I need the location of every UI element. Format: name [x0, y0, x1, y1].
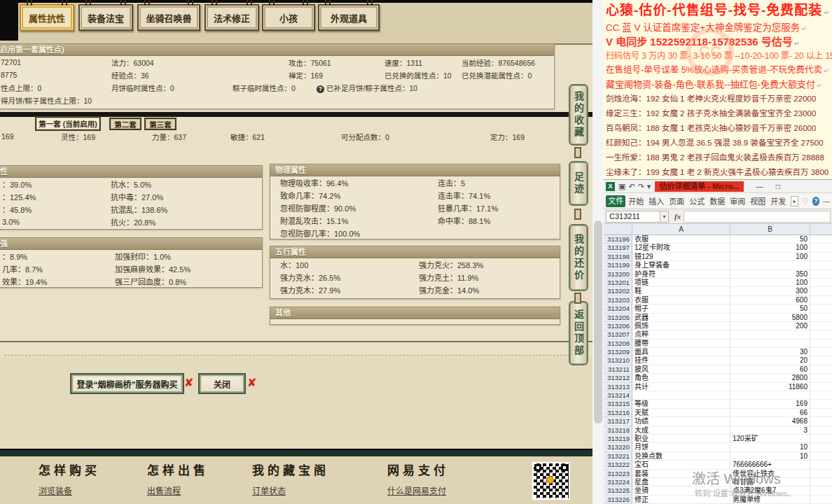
footer-link[interactable]: 浏览装备 — [39, 484, 100, 496]
maximize-icon[interactable]: □ — [776, 183, 780, 190]
row-number[interactable]: 313221 — [604, 452, 632, 461]
attribute-set-tab[interactable]: 第一套 (当前启用) — [35, 116, 101, 131]
cell-b[interactable]: 11860 — [730, 383, 810, 391]
row-number[interactable]: 313202 — [604, 287, 632, 295]
column-header-a[interactable]: A — [632, 224, 730, 234]
cell-b[interactable]: 2800 — [730, 374, 810, 382]
row-number[interactable]: 313210 — [604, 356, 632, 365]
ribbon-tab[interactable]: 公式 — [689, 195, 705, 206]
minimize-icon[interactable]: — — [756, 183, 763, 190]
cell-a[interactable]: 护身符 — [632, 270, 730, 279]
cell-a[interactable]: 衣服 — [632, 296, 730, 304]
cell-c[interactable] — [810, 244, 832, 252]
cell-a[interactable]: 披风 — [632, 365, 730, 374]
row-number[interactable]: 313208 — [604, 340, 632, 348]
game-tab[interactable]: 坐骑召唤兽 — [137, 4, 200, 31]
cell-c[interactable] — [810, 409, 832, 417]
side-scroll-button[interactable]: 足迹 — [569, 161, 588, 206]
row-number[interactable]: 313223 — [604, 470, 632, 478]
game-tab[interactable]: 装备法宝 — [78, 4, 133, 31]
cell-c[interactable] — [810, 261, 832, 270]
row-number[interactable]: 313206 — [604, 322, 632, 330]
ribbon-tab[interactable]: 审阅 — [730, 195, 745, 206]
cell-b[interactable]: 100 — [730, 253, 810, 261]
cell-b[interactable]: 10 — [730, 452, 810, 461]
cell-a[interactable] — [632, 391, 730, 400]
footer-link[interactable]: 出售流程 — [147, 484, 209, 496]
row-number[interactable]: 313205 — [604, 314, 632, 322]
row-number[interactable]: 313203 — [604, 296, 632, 304]
cell-a[interactable]: 角色 — [632, 374, 730, 382]
row-number[interactable]: 313212 — [604, 374, 632, 382]
cell-a[interactable]: 身上穿装备 — [632, 261, 730, 270]
row-number[interactable]: 313216 — [604, 409, 632, 417]
cell-c[interactable] — [810, 270, 832, 279]
cell-a[interactable]: 兑换点数 — [632, 452, 730, 461]
cell-b[interactable]: 100 — [730, 244, 810, 252]
cell-c[interactable] — [810, 287, 832, 295]
game-tab[interactable]: 外观道具 — [318, 4, 380, 31]
cell-b[interactable]: 50 — [730, 235, 810, 244]
cell-b[interactable]: 66 — [730, 409, 810, 417]
row-number[interactable]: 313224 — [604, 478, 632, 486]
cell-c[interactable] — [810, 486, 832, 495]
cell-a[interactable]: 衣服 — [632, 235, 730, 244]
cell-a[interactable]: 镜129 — [632, 253, 730, 261]
row-number[interactable]: 313197 — [604, 244, 632, 252]
cell-c[interactable] — [810, 417, 832, 426]
footer-link[interactable]: 订单状态 — [252, 484, 329, 496]
cell-a[interactable]: 帽子 — [632, 304, 730, 313]
cell-a[interactable]: 大成 — [632, 426, 730, 435]
row-number[interactable]: 313218 — [604, 426, 632, 435]
cell-a[interactable]: 腰带 — [632, 340, 730, 348]
row-number[interactable]: 313207 — [604, 330, 632, 339]
ribbon-tab[interactable]: 开始 — [628, 195, 644, 206]
help-icon[interactable]: ? — [812, 197, 819, 206]
row-number[interactable]: 313199 — [604, 261, 632, 270]
row-number[interactable]: 313214 — [604, 391, 632, 400]
column-header-c[interactable] — [810, 224, 832, 234]
row-number[interactable]: 313209 — [604, 348, 632, 356]
row-number[interactable]: 313222 — [604, 461, 632, 469]
cell-a[interactable]: 天赋 — [632, 409, 730, 417]
ribbon-tab[interactable]: 数据 — [709, 195, 725, 206]
footer-link[interactable]: 什么是网易支付 — [387, 484, 449, 496]
side-scroll-button[interactable]: 我的还价 — [569, 224, 588, 291]
game-tab[interactable]: 法术修正 — [204, 4, 259, 31]
cell-c[interactable] — [810, 279, 832, 287]
row-number[interactable]: 313226 — [604, 496, 632, 504]
cell-c[interactable] — [810, 478, 832, 486]
row-number[interactable]: 313211 — [604, 365, 632, 374]
row-number[interactable]: 313204 — [604, 304, 632, 313]
cell-b[interactable]: 350 — [730, 270, 810, 279]
cell-c[interactable] — [810, 400, 832, 408]
cell-c[interactable] — [810, 426, 832, 435]
attribute-set-tab[interactable]: 第二套 — [109, 118, 141, 130]
cell-c[interactable] — [810, 253, 832, 261]
row-number[interactable]: 313219 — [604, 435, 632, 443]
row-number[interactable]: 313225 — [604, 486, 632, 495]
cell-b[interactable]: 60 — [730, 365, 810, 374]
cell-c[interactable] — [810, 330, 832, 339]
cell-c[interactable] — [810, 235, 832, 244]
cell-c[interactable] — [810, 461, 832, 469]
cell-b[interactable]: 200 — [730, 322, 810, 330]
cell-c[interactable] — [810, 314, 832, 322]
scrollbar-thumb[interactable] — [594, 220, 602, 424]
cell-c[interactable] — [810, 356, 832, 365]
cell-a[interactable]: 佩饰 — [632, 322, 730, 330]
cell-b[interactable]: 300 — [730, 287, 810, 295]
cell-c[interactable] — [810, 348, 832, 356]
game-tab[interactable]: 属性抗性 — [20, 4, 74, 31]
cell-b[interactable] — [730, 340, 810, 348]
file-tab[interactable]: 文件 — [606, 195, 625, 207]
cell-c[interactable] — [810, 452, 832, 461]
cell-b[interactable] — [730, 330, 810, 339]
redo-icon[interactable]: ↷ — [638, 180, 644, 192]
cell-c[interactable] — [810, 365, 832, 374]
cell-b[interactable]: 10 — [730, 443, 810, 451]
cell-b[interactable]: 100 — [730, 279, 810, 287]
cell-a[interactable]: 功绩 — [632, 417, 730, 426]
cell-b[interactable]: 4968 — [730, 417, 810, 426]
cell-a[interactable]: 面具 — [632, 348, 730, 356]
